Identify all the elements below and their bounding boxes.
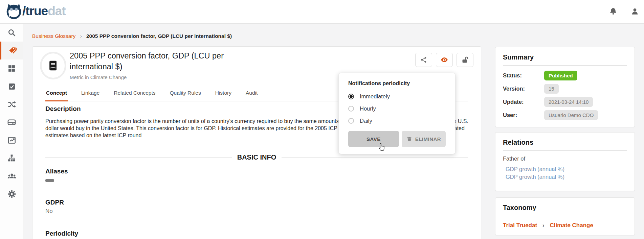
description-heading: Description <box>45 105 81 113</box>
breadcrumb-current: 2005 PPP conversion factor, GDP (LCU per… <box>86 33 232 39</box>
sidebar-item-search[interactable] <box>0 24 23 42</box>
summary-title: Summary <box>495 47 635 65</box>
left-sidebar <box>0 24 23 239</box>
basic-info-label: BASIC INFO <box>237 153 276 161</box>
tab-audit[interactable]: Audit <box>245 90 258 101</box>
tab-related-concepts[interactable]: Related Concepts <box>113 90 156 101</box>
bell-icon[interactable] <box>608 7 618 16</box>
radio-option-daily[interactable]: Daily <box>348 118 446 124</box>
gdpr-heading: GDPR <box>45 199 64 206</box>
share-button[interactable] <box>415 53 432 67</box>
summary-card: Summary Status: Published Version: 15 Up… <box>495 47 635 127</box>
trash-icon <box>406 136 412 142</box>
aliases-empty-dash <box>45 179 54 182</box>
sidebar-item-glossary[interactable] <box>0 42 23 59</box>
version-badge: 15 <box>544 84 559 94</box>
periodicity-heading: Periodicity <box>45 230 78 237</box>
user-label: User: <box>503 112 544 118</box>
sidebar-item-quality[interactable] <box>0 77 23 95</box>
tab-history[interactable]: History <box>215 90 232 101</box>
settings-icon <box>7 190 16 198</box>
watch-button[interactable] <box>436 53 453 67</box>
relations-card: Relations Father of GDP growth (annual %… <box>495 132 635 191</box>
user-badge: Usuario Demo CDO <box>544 110 598 120</box>
users-icon <box>7 171 17 181</box>
taxonomy-link-subdomain[interactable]: Climate Change <box>550 222 593 229</box>
summary-row-version: Version: 15 <box>503 83 627 94</box>
radio-label: Hourly <box>360 105 376 112</box>
search-icon <box>7 28 16 37</box>
tab-linkage[interactable]: Linkage <box>81 90 100 101</box>
popup-title: Notifications periodicity <box>348 80 446 87</box>
notifications-popup: Notifications periodicity Immediately Ho… <box>338 73 456 154</box>
grid-icon <box>7 64 16 73</box>
concept-avatar <box>40 52 66 79</box>
lock-button[interactable] <box>457 53 473 67</box>
update-label: Update: <box>503 99 544 105</box>
sidebar-item-settings[interactable] <box>0 185 23 203</box>
divider-line <box>45 157 232 158</box>
basic-info-divider: BASIC INFO <box>45 153 468 161</box>
logo-text: /truedat <box>22 4 66 18</box>
top-header: /truedat <box>0 0 644 24</box>
tasks-icon <box>8 82 16 91</box>
taxonomy-title: Taxonomy <box>495 198 635 216</box>
relations-group-label: Father of <box>503 156 627 162</box>
save-button[interactable]: SAVE <box>348 131 399 147</box>
radio-option-hourly[interactable]: Hourly <box>348 105 446 112</box>
sidebar-item-data-sources[interactable] <box>0 113 23 131</box>
taxonomy-path: Trial Truedat › Climate Change <box>503 221 627 229</box>
divider-line <box>282 157 468 158</box>
concept-actions <box>415 53 473 67</box>
gdpr-value: No <box>45 208 53 215</box>
relation-link[interactable]: GDP growth (annual %) <box>506 166 627 172</box>
radio-label: Immediately <box>360 93 390 100</box>
sidebar-item-lineage[interactable] <box>0 149 23 167</box>
tab-concept[interactable]: Concept <box>45 90 68 101</box>
sidebar-item-dashboards[interactable] <box>0 131 23 149</box>
breadcrumb: Business Glossary › 2005 PPP conversion … <box>32 33 232 39</box>
radio-label: Daily <box>360 118 372 124</box>
owl-icon <box>5 3 22 20</box>
page-title: 2005 PPP conversion factor, GDP (LCU per… <box>70 51 242 72</box>
lineage-icon <box>7 153 16 163</box>
data-drawer-icon <box>7 118 16 127</box>
status-badge: Published <box>544 71 577 80</box>
eye-icon <box>440 55 449 64</box>
book-icon <box>46 59 60 72</box>
concept-subtitle: Metric in Climate Change <box>70 74 127 80</box>
truedat-logo[interactable]: /truedat <box>5 3 66 20</box>
relation-link[interactable]: GDP growth (annual %) <box>506 174 627 180</box>
radio-icon[interactable] <box>348 106 354 112</box>
radio-option-immediately[interactable]: Immediately <box>348 93 446 100</box>
chart-icon <box>7 136 16 145</box>
version-label: Version: <box>503 86 544 92</box>
tags-icon <box>8 46 17 55</box>
summary-row-update: Update: 2021-03-24 14:10 <box>503 97 627 107</box>
update-badge: 2021-03-24 14:10 <box>544 97 593 107</box>
sidebar-item-linkage[interactable] <box>0 95 23 113</box>
summary-row-status: Status: Published <box>503 70 627 80</box>
radio-icon[interactable] <box>348 118 354 124</box>
radio-icon[interactable] <box>348 94 354 99</box>
delete-button[interactable]: ELIMINAR <box>402 131 446 147</box>
delete-button-label: ELIMINAR <box>415 136 441 142</box>
breadcrumb-separator: › <box>80 33 82 39</box>
lock-open-icon <box>461 56 469 64</box>
taxonomy-card: Taxonomy Trial Truedat › Climate Change <box>495 197 635 235</box>
chevron-right-icon: › <box>542 222 544 229</box>
shuffle-icon <box>7 100 16 109</box>
tab-quality-rules[interactable]: Quality Rules <box>169 90 202 101</box>
taxonomy-link-domain[interactable]: Trial Truedat <box>503 222 537 229</box>
sidebar-item-structures[interactable] <box>0 59 23 77</box>
user-icon[interactable] <box>630 7 640 16</box>
share-icon <box>420 56 427 64</box>
status-label: Status: <box>503 72 544 79</box>
aliases-heading: Aliases <box>45 168 68 175</box>
sidebar-item-users[interactable] <box>0 167 23 185</box>
relations-title: Relations <box>495 133 635 150</box>
breadcrumb-root-link[interactable]: Business Glossary <box>32 33 75 39</box>
summary-row-user: User: Usuario Demo CDO <box>503 110 627 120</box>
